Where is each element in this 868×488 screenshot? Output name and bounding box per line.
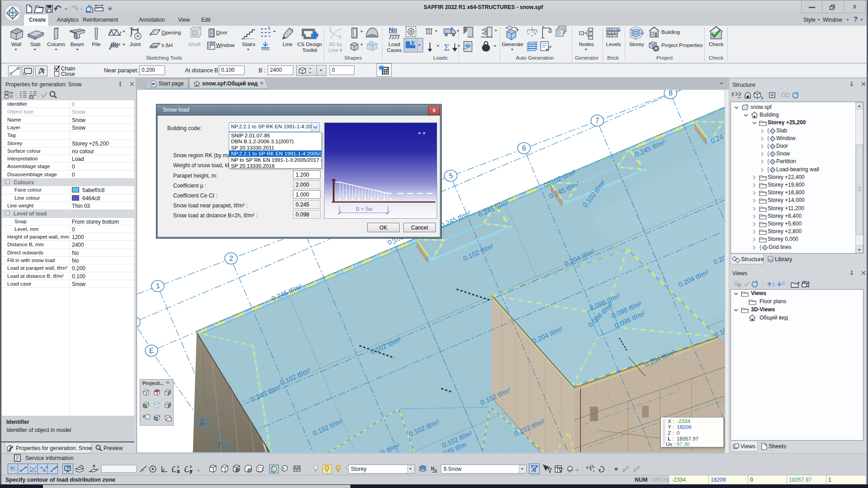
svg-text:B = 5м: B = 5м [356,206,373,212]
svg-text:N: N [431,466,434,471]
svg-text:y: y [190,469,192,474]
svg-text:No: No [389,26,397,33]
svg-text:Σ: Σ [444,42,450,53]
svg-text:x: x [177,469,179,474]
